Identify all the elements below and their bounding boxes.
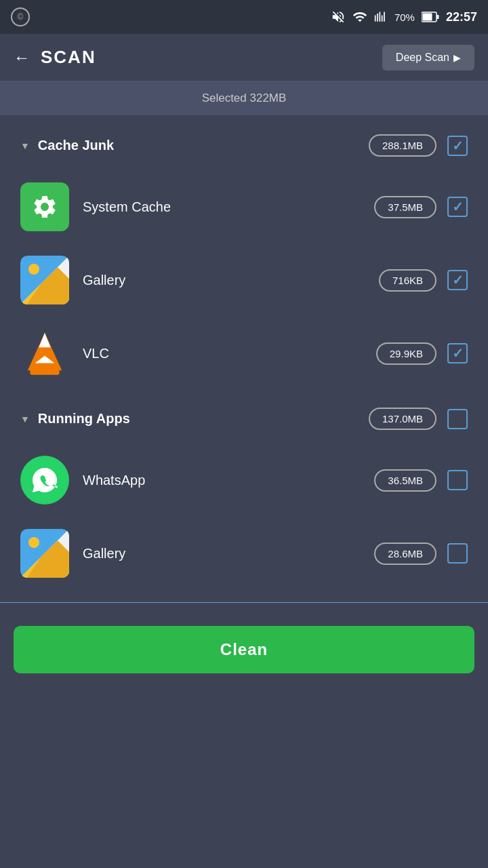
- cache-junk-header-left: ▼ Cache Junk: [20, 138, 114, 153]
- running-apps-header-right: 137.0MB: [369, 408, 468, 430]
- whatsapp-size: 36.5MB: [374, 469, 436, 492]
- wifi-icon: [352, 9, 367, 24]
- status-bar-right: 70% 22:57: [331, 9, 477, 24]
- app-row-right: 36.5MB: [374, 469, 468, 492]
- copyright-icon: ©: [11, 7, 30, 26]
- table-row: System Cache 37.5MB: [0, 172, 488, 242]
- running-apps-header: ▼ Running Apps 137.0MB: [0, 395, 488, 442]
- app-row-left: Gallery: [20, 256, 125, 304]
- svg-point-16: [28, 537, 39, 548]
- vlc-name: VLC: [83, 346, 109, 361]
- app-row-left: Gallery: [20, 529, 125, 578]
- gallery-running-icon: [20, 529, 69, 578]
- clean-btn-container: Clean: [0, 615, 488, 687]
- cache-junk-label: Cache Junk: [38, 138, 114, 153]
- svg-point-7: [28, 264, 39, 275]
- selected-label: Selected 322MB: [202, 92, 287, 105]
- cache-junk-header-right: 288.1MB: [369, 134, 468, 157]
- gallery-running-name: Gallery: [83, 546, 125, 561]
- status-bar-left: ©: [11, 7, 30, 26]
- gallery-cache-icon: [20, 256, 69, 304]
- battery-icon: [422, 12, 439, 22]
- running-apps-header-left: ▼ Running Apps: [20, 411, 130, 427]
- app-row-right: 716KB: [379, 269, 468, 292]
- whatsapp-checkbox[interactable]: [447, 470, 468, 490]
- status-bar: © 70% 22:57: [0, 0, 488, 34]
- cache-junk-arrow[interactable]: ▼: [20, 140, 30, 151]
- vlc-checkbox[interactable]: [447, 343, 468, 363]
- svg-rect-2: [422, 14, 432, 21]
- app-row-right: 29.9KB: [376, 342, 468, 365]
- cache-junk-header: ▼ Cache Junk 288.1MB: [0, 122, 488, 169]
- whatsapp-icon: [20, 456, 69, 505]
- deep-scan-button[interactable]: Deep Scan ▶: [382, 45, 474, 71]
- app-row-left: VLC: [20, 329, 109, 378]
- deep-scan-chevron: ▶: [453, 52, 461, 63]
- svg-rect-1: [436, 15, 439, 19]
- deep-scan-label: Deep Scan: [396, 52, 449, 64]
- selected-bar: Selected 322MB: [0, 81, 488, 115]
- running-apps-size: 137.0MB: [369, 408, 436, 430]
- table-row: Gallery 28.6MB: [0, 518, 488, 589]
- system-cache-name: System Cache: [83, 199, 171, 215]
- table-row: VLC 29.9KB: [0, 318, 488, 389]
- mute-icon: [331, 9, 346, 24]
- header-left: ← SCAN: [14, 47, 96, 68]
- page-title: SCAN: [41, 47, 96, 68]
- system-cache-checkbox[interactable]: [447, 197, 468, 217]
- running-apps-arrow[interactable]: ▼: [20, 414, 30, 425]
- vlc-size: 29.9KB: [376, 342, 436, 365]
- signal-icon: [374, 9, 388, 24]
- app-row-left: WhatsApp: [20, 456, 145, 505]
- gallery-cache-name: Gallery: [83, 273, 125, 288]
- table-row: Gallery 716KB: [0, 245, 488, 315]
- app-row-right: 37.5MB: [374, 196, 468, 218]
- cache-junk-checkbox[interactable]: [447, 136, 468, 156]
- section-divider: [0, 602, 488, 603]
- status-time: 22:57: [446, 10, 477, 24]
- app-row-right: 28.6MB: [374, 542, 468, 565]
- whatsapp-name: WhatsApp: [83, 473, 145, 488]
- gallery-cache-checkbox[interactable]: [447, 270, 468, 290]
- clean-button[interactable]: Clean: [14, 626, 474, 673]
- gallery-running-checkbox[interactable]: [447, 543, 468, 564]
- app-row-left: System Cache: [20, 182, 171, 231]
- battery-level: 70%: [394, 12, 415, 23]
- system-cache-size: 37.5MB: [374, 196, 436, 218]
- table-row: WhatsApp 36.5MB: [0, 445, 488, 515]
- gallery-cache-size: 716KB: [379, 269, 436, 292]
- running-apps-checkbox[interactable]: [447, 409, 468, 429]
- content: ▼ Cache Junk 288.1MB System Cache 37.5MB: [0, 115, 488, 615]
- running-apps-label: Running Apps: [38, 411, 130, 427]
- back-button[interactable]: ←: [14, 48, 30, 67]
- cache-junk-size: 288.1MB: [369, 134, 436, 157]
- svg-rect-11: [30, 370, 59, 374]
- gallery-running-size: 28.6MB: [374, 542, 436, 565]
- header: ← SCAN Deep Scan ▶: [0, 34, 488, 81]
- vlc-icon: [20, 329, 69, 378]
- system-cache-icon: [20, 182, 69, 231]
- svg-marker-9: [39, 333, 50, 348]
